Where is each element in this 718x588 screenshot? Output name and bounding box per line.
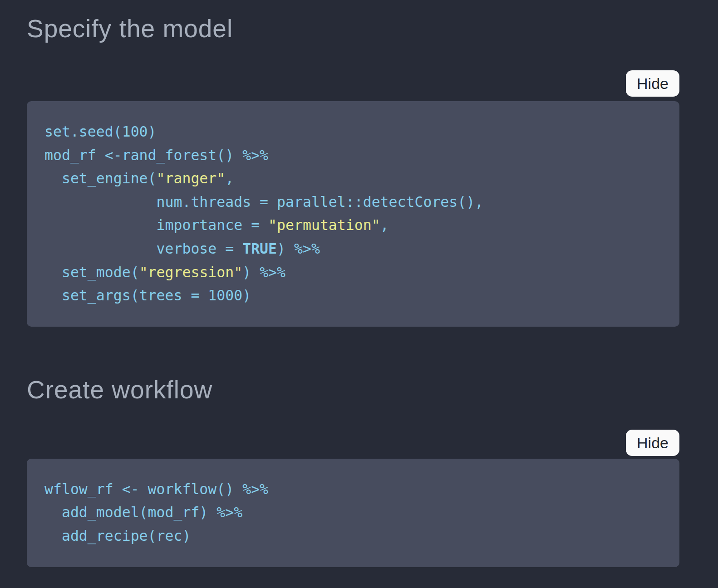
document-page: Specify the model Hide set.seed(100)mod_…	[0, 0, 718, 588]
code-line: set_mode("regression") %>%	[44, 261, 666, 284]
section-heading-create-workflow: Create workflow	[27, 375, 679, 405]
code-line: add_model(mod_rf) %>%	[44, 501, 666, 524]
code-line: set_args(trees = 1000)	[44, 284, 666, 308]
code-line: add_recipe(rec)	[44, 524, 666, 548]
code-line: mod_rf <-rand_forest() %>%	[44, 144, 666, 167]
code-line: wflow_rf <- workflow() %>%	[44, 478, 666, 501]
section-specify-model: Specify the model Hide set.seed(100)mod_…	[27, 14, 679, 327]
code-block-workflow: wflow_rf <- workflow() %>% add_model(mod…	[27, 459, 679, 567]
code-line: num.threads = parallel::detectCores(),	[44, 191, 666, 214]
button-row: Hide	[27, 430, 679, 456]
section-heading-specify-model: Specify the model	[27, 14, 679, 44]
button-row: Hide	[27, 70, 679, 97]
hide-code-button[interactable]: Hide	[626, 70, 679, 97]
hide-code-button[interactable]: Hide	[626, 430, 679, 456]
code-block-model-spec: set.seed(100)mod_rf <-rand_forest() %>% …	[27, 101, 679, 327]
section-create-workflow: Create workflow Hide wflow_rf <- workflo…	[27, 375, 679, 567]
code-line: verbose = TRUE) %>%	[44, 237, 666, 261]
code-line: importance = "permutation",	[44, 214, 666, 237]
code-line: set.seed(100)	[44, 120, 666, 144]
code-line: set_engine("ranger",	[44, 167, 666, 191]
